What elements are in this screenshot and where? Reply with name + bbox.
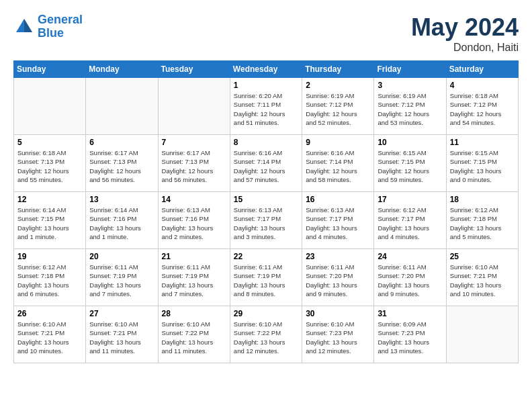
calendar-cell: 22Sunrise: 6:11 AM Sunset: 7:19 PM Dayli…: [230, 249, 302, 306]
day-info: Sunrise: 6:17 AM Sunset: 7:13 PM Dayligh…: [89, 148, 154, 184]
day-info: Sunrise: 6:20 AM Sunset: 7:11 PM Dayligh…: [234, 91, 298, 127]
day-number: 5: [17, 138, 82, 147]
calendar-cell: 7Sunrise: 6:17 AM Sunset: 7:13 PM Daylig…: [158, 135, 230, 192]
day-info: Sunrise: 6:09 AM Sunset: 7:23 PM Dayligh…: [378, 320, 442, 355]
day-info: Sunrise: 6:10 AM Sunset: 7:21 PM Dayligh…: [89, 320, 154, 355]
calendar-cell: [86, 78, 158, 135]
calendar-cell: 8Sunrise: 6:16 AM Sunset: 7:14 PM Daylig…: [230, 135, 302, 192]
day-number: 25: [450, 252, 515, 261]
day-info: Sunrise: 6:17 AM Sunset: 7:13 PM Dayligh…: [162, 148, 226, 184]
calendar-cell: 30Sunrise: 6:10 AM Sunset: 7:23 PM Dayli…: [302, 306, 374, 363]
day-info: Sunrise: 6:13 AM Sunset: 7:17 PM Dayligh…: [306, 205, 370, 241]
day-number: 21: [162, 252, 226, 261]
day-info: Sunrise: 6:11 AM Sunset: 7:19 PM Dayligh…: [89, 263, 154, 298]
day-info: Sunrise: 6:12 AM Sunset: 7:18 PM Dayligh…: [17, 263, 82, 298]
day-info: Sunrise: 6:14 AM Sunset: 7:16 PM Dayligh…: [89, 205, 154, 241]
calendar-cell: 3Sunrise: 6:19 AM Sunset: 7:12 PM Daylig…: [374, 78, 446, 135]
day-number: 12: [17, 195, 82, 204]
day-info: Sunrise: 6:10 AM Sunset: 7:22 PM Dayligh…: [234, 320, 298, 355]
calendar-cell: 29Sunrise: 6:10 AM Sunset: 7:22 PM Dayli…: [230, 306, 302, 363]
day-info: Sunrise: 6:19 AM Sunset: 7:12 PM Dayligh…: [378, 91, 442, 127]
calendar-cell: 28Sunrise: 6:10 AM Sunset: 7:22 PM Dayli…: [158, 306, 230, 363]
calendar-cell: 6Sunrise: 6:17 AM Sunset: 7:13 PM Daylig…: [86, 135, 158, 192]
day-info: Sunrise: 6:10 AM Sunset: 7:22 PM Dayligh…: [162, 320, 226, 355]
day-number: 15: [234, 195, 298, 204]
day-info: Sunrise: 6:14 AM Sunset: 7:15 PM Dayligh…: [17, 205, 82, 241]
logo-line1: General: [38, 13, 83, 26]
day-number: 31: [378, 309, 442, 318]
day-number: 6: [89, 138, 154, 147]
calendar-cell: 11Sunrise: 6:15 AM Sunset: 7:15 PM Dayli…: [446, 135, 518, 192]
day-info: Sunrise: 6:18 AM Sunset: 7:13 PM Dayligh…: [17, 148, 82, 184]
day-info: Sunrise: 6:12 AM Sunset: 7:17 PM Dayligh…: [378, 205, 442, 241]
calendar-cell: 27Sunrise: 6:10 AM Sunset: 7:21 PM Dayli…: [86, 306, 158, 363]
day-number: 26: [17, 309, 82, 318]
day-number: 3: [378, 81, 442, 90]
calendar-cell: 18Sunrise: 6:12 AM Sunset: 7:18 PM Dayli…: [446, 192, 518, 249]
day-info: Sunrise: 6:12 AM Sunset: 7:18 PM Dayligh…: [450, 205, 515, 241]
week-row-1: 1Sunrise: 6:20 AM Sunset: 7:11 PM Daylig…: [14, 78, 519, 135]
calendar-cell: 26Sunrise: 6:10 AM Sunset: 7:21 PM Dayli…: [14, 306, 86, 363]
day-number: 24: [378, 252, 442, 261]
weekday-header-sunday: Sunday: [14, 61, 86, 78]
calendar-cell: 19Sunrise: 6:12 AM Sunset: 7:18 PM Dayli…: [14, 249, 86, 306]
weekday-header-row: SundayMondayTuesdayWednesdayThursdayFrid…: [14, 61, 519, 78]
calendar-cell: 24Sunrise: 6:11 AM Sunset: 7:20 PM Dayli…: [374, 249, 446, 306]
day-info: Sunrise: 6:16 AM Sunset: 7:14 PM Dayligh…: [306, 148, 370, 184]
day-info: Sunrise: 6:19 AM Sunset: 7:12 PM Dayligh…: [306, 91, 370, 127]
day-number: 4: [450, 81, 515, 90]
weekday-header-wednesday: Wednesday: [230, 61, 302, 78]
weekday-header-tuesday: Tuesday: [158, 61, 230, 78]
day-number: 28: [162, 309, 226, 318]
day-number: 7: [162, 138, 226, 147]
week-row-4: 19Sunrise: 6:12 AM Sunset: 7:18 PM Dayli…: [14, 249, 519, 306]
calendar-cell: 9Sunrise: 6:16 AM Sunset: 7:14 PM Daylig…: [302, 135, 374, 192]
day-number: 9: [306, 138, 370, 147]
day-info: Sunrise: 6:11 AM Sunset: 7:19 PM Dayligh…: [234, 263, 298, 298]
day-number: 18: [450, 195, 515, 204]
day-number: 14: [162, 195, 226, 204]
calendar-cell: 2Sunrise: 6:19 AM Sunset: 7:12 PM Daylig…: [302, 78, 374, 135]
day-number: 22: [234, 252, 298, 261]
calendar-cell: 16Sunrise: 6:13 AM Sunset: 7:17 PM Dayli…: [302, 192, 374, 249]
calendar-table: SundayMondayTuesdayWednesdayThursdayFrid…: [13, 60, 519, 363]
weekday-header-friday: Friday: [374, 61, 446, 78]
day-info: Sunrise: 6:16 AM Sunset: 7:14 PM Dayligh…: [234, 148, 298, 184]
day-info: Sunrise: 6:10 AM Sunset: 7:21 PM Dayligh…: [450, 263, 515, 298]
weekday-header-thursday: Thursday: [302, 61, 374, 78]
calendar-cell: 13Sunrise: 6:14 AM Sunset: 7:16 PM Dayli…: [86, 192, 158, 249]
day-number: 2: [306, 81, 370, 90]
day-number: 17: [378, 195, 442, 204]
title-block: May 2024 Dondon, Haiti: [411, 13, 519, 54]
calendar-cell: 5Sunrise: 6:18 AM Sunset: 7:13 PM Daylig…: [14, 135, 86, 192]
week-row-5: 26Sunrise: 6:10 AM Sunset: 7:21 PM Dayli…: [14, 306, 519, 363]
day-number: 30: [306, 309, 370, 318]
logo-text: General Blue: [38, 13, 83, 40]
weekday-header-saturday: Saturday: [446, 61, 518, 78]
day-info: Sunrise: 6:15 AM Sunset: 7:15 PM Dayligh…: [378, 148, 442, 184]
day-number: 10: [378, 138, 442, 147]
calendar-cell: 15Sunrise: 6:13 AM Sunset: 7:17 PM Dayli…: [230, 192, 302, 249]
location: Dondon, Haiti: [411, 42, 519, 54]
calendar-cell: 17Sunrise: 6:12 AM Sunset: 7:17 PM Dayli…: [374, 192, 446, 249]
day-number: 11: [450, 138, 515, 147]
day-info: Sunrise: 6:18 AM Sunset: 7:12 PM Dayligh…: [450, 91, 515, 127]
day-number: 29: [234, 309, 298, 318]
calendar-cell: 25Sunrise: 6:10 AM Sunset: 7:21 PM Dayli…: [446, 249, 518, 306]
calendar-cell: 31Sunrise: 6:09 AM Sunset: 7:23 PM Dayli…: [374, 306, 446, 363]
weekday-header-monday: Monday: [86, 61, 158, 78]
day-number: 16: [306, 195, 370, 204]
day-number: 8: [234, 138, 298, 147]
week-row-2: 5Sunrise: 6:18 AM Sunset: 7:13 PM Daylig…: [14, 135, 519, 192]
day-info: Sunrise: 6:10 AM Sunset: 7:23 PM Dayligh…: [306, 320, 370, 355]
page-header: General Blue May 2024 Dondon, Haiti: [13, 13, 519, 54]
day-number: 13: [89, 195, 154, 204]
day-info: Sunrise: 6:13 AM Sunset: 7:16 PM Dayligh…: [162, 205, 226, 241]
day-info: Sunrise: 6:11 AM Sunset: 7:19 PM Dayligh…: [162, 263, 226, 298]
day-info: Sunrise: 6:13 AM Sunset: 7:17 PM Dayligh…: [234, 205, 298, 241]
calendar-cell: [14, 78, 86, 135]
calendar-cell: 23Sunrise: 6:11 AM Sunset: 7:20 PM Dayli…: [302, 249, 374, 306]
calendar-cell: 10Sunrise: 6:15 AM Sunset: 7:15 PM Dayli…: [374, 135, 446, 192]
calendar-cell: [158, 78, 230, 135]
day-info: Sunrise: 6:15 AM Sunset: 7:15 PM Dayligh…: [450, 148, 515, 184]
